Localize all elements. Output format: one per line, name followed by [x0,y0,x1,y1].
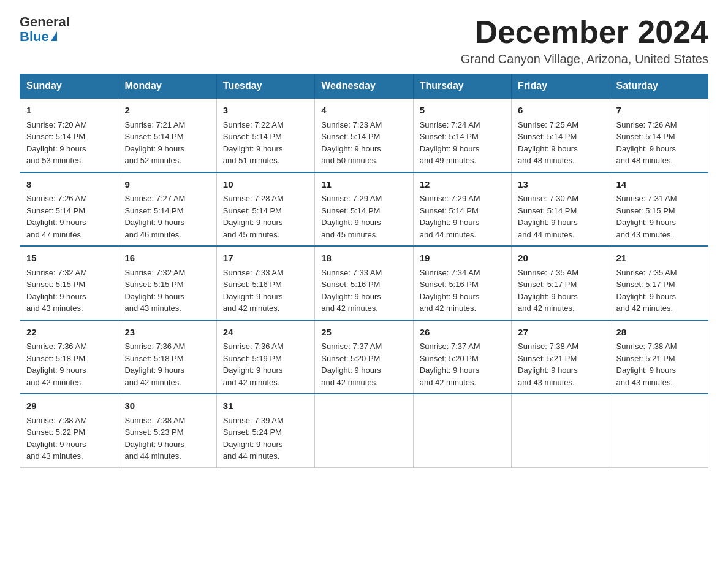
day-number: 30 [124,399,210,413]
day-info: Sunrise: 7:33 AMSunset: 5:16 PMDaylight:… [223,268,284,313]
day-info: Sunrise: 7:22 AMSunset: 5:14 PMDaylight:… [223,120,284,166]
calendar-cell [315,394,413,467]
day-number: 23 [124,326,210,340]
day-number: 29 [26,399,112,413]
calendar-cell: 29Sunrise: 7:38 AMSunset: 5:22 PMDayligh… [20,394,118,467]
weekday-header-saturday: Saturday [610,74,708,99]
weekday-header-sunday: Sunday [20,74,118,99]
calendar-cell: 19Sunrise: 7:34 AMSunset: 5:16 PMDayligh… [413,246,511,320]
month-title: December 2024 [461,15,708,50]
calendar-table: SundayMondayTuesdayWednesdayThursdayFrid… [20,74,708,468]
day-info: Sunrise: 7:38 AMSunset: 5:21 PMDaylight:… [616,342,677,387]
calendar-cell: 7Sunrise: 7:26 AMSunset: 5:14 PMDaylight… [610,98,708,172]
calendar-cell: 8Sunrise: 7:26 AMSunset: 5:14 PMDaylight… [20,172,118,247]
calendar-cell: 20Sunrise: 7:35 AMSunset: 5:17 PMDayligh… [512,246,610,320]
calendar-cell [512,394,610,467]
calendar-cell [413,394,511,467]
weekday-header-friday: Friday [512,74,610,99]
day-number: 12 [420,178,505,192]
day-info: Sunrise: 7:26 AMSunset: 5:14 PMDaylight:… [26,194,87,239]
week-row-2: 8Sunrise: 7:26 AMSunset: 5:14 PMDaylight… [20,172,708,247]
day-number: 10 [223,178,308,192]
location-subtitle: Grand Canyon Village, Arizona, United St… [461,52,708,66]
week-row-5: 29Sunrise: 7:38 AMSunset: 5:22 PMDayligh… [20,394,708,467]
logo-blue-text: Blue [20,29,57,44]
calendar-cell: 30Sunrise: 7:38 AMSunset: 5:23 PMDayligh… [118,394,216,467]
day-number: 22 [26,326,112,340]
calendar-cell: 25Sunrise: 7:37 AMSunset: 5:20 PMDayligh… [315,320,413,394]
day-number: 27 [518,326,603,340]
day-info: Sunrise: 7:20 AMSunset: 5:14 PMDaylight:… [26,120,87,166]
day-number: 5 [420,104,505,118]
day-info: Sunrise: 7:38 AMSunset: 5:23 PMDaylight:… [124,416,185,461]
day-info: Sunrise: 7:39 AMSunset: 5:24 PMDaylight:… [223,416,284,461]
day-info: Sunrise: 7:31 AMSunset: 5:15 PMDaylight:… [616,194,677,239]
week-row-1: 1Sunrise: 7:20 AMSunset: 5:14 PMDaylight… [20,98,708,172]
day-number: 19 [420,251,505,266]
day-info: Sunrise: 7:32 AMSunset: 5:15 PMDaylight:… [124,268,185,313]
day-info: Sunrise: 7:35 AMSunset: 5:17 PMDaylight:… [518,268,578,313]
day-number: 1 [26,104,112,118]
calendar-cell: 28Sunrise: 7:38 AMSunset: 5:21 PMDayligh… [610,320,708,394]
day-number: 20 [518,251,603,266]
day-info: Sunrise: 7:29 AMSunset: 5:14 PMDaylight:… [321,194,382,239]
day-number: 2 [124,104,210,118]
day-number: 13 [518,178,603,192]
day-info: Sunrise: 7:38 AMSunset: 5:22 PMDaylight:… [26,416,87,461]
day-info: Sunrise: 7:30 AMSunset: 5:14 PMDaylight:… [518,194,578,239]
calendar-cell: 6Sunrise: 7:25 AMSunset: 5:14 PMDaylight… [512,98,610,172]
calendar-cell: 9Sunrise: 7:27 AMSunset: 5:14 PMDaylight… [118,172,216,247]
day-number: 17 [223,251,308,266]
day-info: Sunrise: 7:25 AMSunset: 5:14 PMDaylight:… [518,120,578,166]
logo-general-text: General [20,15,70,29]
weekday-header-monday: Monday [118,74,216,99]
calendar-cell: 21Sunrise: 7:35 AMSunset: 5:17 PMDayligh… [610,246,708,320]
day-info: Sunrise: 7:38 AMSunset: 5:21 PMDaylight:… [518,342,578,387]
calendar-cell: 1Sunrise: 7:20 AMSunset: 5:14 PMDaylight… [20,98,118,172]
calendar-cell: 14Sunrise: 7:31 AMSunset: 5:15 PMDayligh… [610,172,708,247]
day-info: Sunrise: 7:24 AMSunset: 5:14 PMDaylight:… [420,120,480,166]
day-info: Sunrise: 7:36 AMSunset: 5:19 PMDaylight:… [223,342,284,387]
day-number: 16 [124,251,210,266]
day-number: 25 [321,326,406,340]
day-info: Sunrise: 7:28 AMSunset: 5:14 PMDaylight:… [223,194,284,239]
day-number: 7 [616,104,702,118]
day-info: Sunrise: 7:32 AMSunset: 5:15 PMDaylight:… [26,268,87,313]
day-number: 9 [124,178,210,192]
day-number: 8 [26,178,112,192]
calendar-cell: 13Sunrise: 7:30 AMSunset: 5:14 PMDayligh… [512,172,610,247]
day-number: 28 [616,326,702,340]
calendar-cell: 5Sunrise: 7:24 AMSunset: 5:14 PMDaylight… [413,98,511,172]
day-number: 18 [321,251,406,266]
day-info: Sunrise: 7:23 AMSunset: 5:14 PMDaylight:… [321,120,382,166]
day-info: Sunrise: 7:36 AMSunset: 5:18 PMDaylight:… [124,342,185,387]
day-info: Sunrise: 7:35 AMSunset: 5:17 PMDaylight:… [616,268,677,313]
day-info: Sunrise: 7:29 AMSunset: 5:14 PMDaylight:… [420,194,480,239]
title-section: December 2024 Grand Canyon Village, Ariz… [461,15,708,66]
day-info: Sunrise: 7:27 AMSunset: 5:14 PMDaylight:… [124,194,185,239]
calendar-cell: 27Sunrise: 7:38 AMSunset: 5:21 PMDayligh… [512,320,610,394]
calendar-cell: 3Sunrise: 7:22 AMSunset: 5:14 PMDaylight… [216,98,314,172]
logo-triangle-icon [51,31,57,41]
calendar-cell: 15Sunrise: 7:32 AMSunset: 5:15 PMDayligh… [20,246,118,320]
calendar-cell: 10Sunrise: 7:28 AMSunset: 5:14 PMDayligh… [216,172,314,247]
calendar-cell: 18Sunrise: 7:33 AMSunset: 5:16 PMDayligh… [315,246,413,320]
weekday-header-row: SundayMondayTuesdayWednesdayThursdayFrid… [20,74,708,99]
day-number: 6 [518,104,603,118]
calendar-cell: 26Sunrise: 7:37 AMSunset: 5:20 PMDayligh… [413,320,511,394]
calendar-cell: 2Sunrise: 7:21 AMSunset: 5:14 PMDaylight… [118,98,216,172]
page-header: General Blue December 2024 Grand Canyon … [20,15,708,66]
calendar-cell: 31Sunrise: 7:39 AMSunset: 5:24 PMDayligh… [216,394,314,467]
day-number: 4 [321,104,406,118]
logo: General Blue [20,15,70,44]
calendar-cell: 24Sunrise: 7:36 AMSunset: 5:19 PMDayligh… [216,320,314,394]
calendar-cell: 4Sunrise: 7:23 AMSunset: 5:14 PMDaylight… [315,98,413,172]
weekday-header-tuesday: Tuesday [216,74,314,99]
day-info: Sunrise: 7:36 AMSunset: 5:18 PMDaylight:… [26,342,87,387]
week-row-4: 22Sunrise: 7:36 AMSunset: 5:18 PMDayligh… [20,320,708,394]
weekday-header-wednesday: Wednesday [315,74,413,99]
day-info: Sunrise: 7:37 AMSunset: 5:20 PMDaylight:… [321,342,382,387]
day-number: 15 [26,251,112,266]
day-number: 31 [223,399,308,413]
calendar-cell: 16Sunrise: 7:32 AMSunset: 5:15 PMDayligh… [118,246,216,320]
